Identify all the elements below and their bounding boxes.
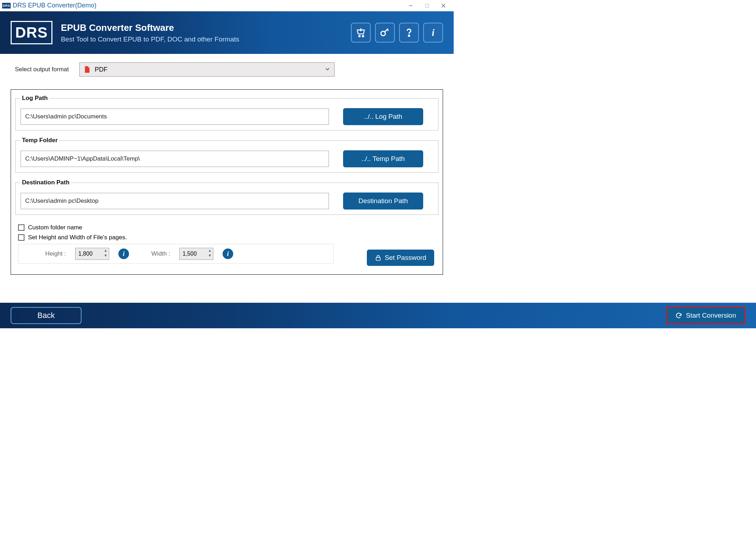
set-password-button[interactable]: Set Password xyxy=(367,250,434,266)
output-format-value: PDF xyxy=(95,66,107,73)
titlebar: DRS DRS EPUB Converter(Demo) xyxy=(0,0,454,11)
height-label: Height : xyxy=(23,250,66,257)
destination-path-legend: Destination Path xyxy=(21,179,71,186)
width-label: Width : xyxy=(138,250,170,257)
banner-subtitle: Best Tool to Convert EPUB to PDF, DOC an… xyxy=(61,35,239,43)
width-stepper[interactable]: 1,500 ▲▼ xyxy=(179,248,213,260)
lock-icon xyxy=(375,254,382,261)
custom-folder-checkbox[interactable] xyxy=(18,224,24,231)
back-button[interactable]: Back xyxy=(11,307,82,324)
content-area: Select output format PDF Log Path ../.. … xyxy=(0,54,454,303)
height-value: 1,800 xyxy=(78,251,93,257)
set-hw-label: Set Height and Width of File's pages. xyxy=(28,234,127,241)
width-value: 1,500 xyxy=(183,251,197,257)
titlebar-logo-icon: DRS xyxy=(2,3,11,9)
svg-point-5 xyxy=(362,35,364,37)
svg-rect-9 xyxy=(376,257,381,260)
temp-path-button[interactable]: ../.. Temp Path xyxy=(343,150,423,167)
log-path-button[interactable]: ../.. Log Path xyxy=(343,108,423,125)
settings-box: Log Path ../.. Log Path Temp Folder ../.… xyxy=(11,89,443,275)
log-path-group: Log Path ../.. Log Path xyxy=(15,95,438,130)
window-title: DRS EPUB Converter(Demo) xyxy=(13,2,96,9)
footer: Back Start Conversion xyxy=(0,303,454,328)
key-icon[interactable] xyxy=(375,23,395,43)
destination-path-button[interactable]: Destination Path xyxy=(343,192,423,210)
svg-rect-1 xyxy=(426,4,429,7)
pdf-icon xyxy=(83,66,91,73)
temp-path-input[interactable] xyxy=(21,151,329,167)
svg-point-7 xyxy=(408,35,409,36)
set-password-label: Set Password xyxy=(385,254,426,262)
height-info-icon[interactable]: i xyxy=(118,249,129,259)
cart-icon[interactable] xyxy=(351,23,371,43)
output-format-select[interactable]: PDF xyxy=(79,62,335,77)
info-icon[interactable]: i xyxy=(423,23,443,43)
destination-path-group: Destination Path Destination Path xyxy=(15,179,438,215)
svg-text:i: i xyxy=(432,27,435,38)
log-path-legend: Log Path xyxy=(21,95,49,102)
brand-logo: DRS xyxy=(11,21,52,44)
banner-title: EPUB Converter Software xyxy=(61,22,239,33)
close-button[interactable] xyxy=(435,0,452,11)
maximize-button[interactable] xyxy=(419,0,435,11)
svg-point-6 xyxy=(381,31,386,36)
banner: DRS EPUB Converter Software Best Tool to… xyxy=(0,11,454,54)
help-icon[interactable] xyxy=(399,23,419,43)
set-hw-checkbox[interactable] xyxy=(18,234,24,241)
minimize-button[interactable] xyxy=(403,0,419,11)
chevron-down-icon xyxy=(325,66,330,73)
custom-folder-label: Custom folder name xyxy=(28,224,82,231)
svg-point-4 xyxy=(359,35,360,37)
log-path-input[interactable] xyxy=(21,108,329,125)
width-spin-controls[interactable]: ▲▼ xyxy=(207,249,212,259)
destination-path-input[interactable] xyxy=(21,193,329,209)
height-spin-controls[interactable]: ▲▼ xyxy=(103,249,108,259)
width-info-icon[interactable]: i xyxy=(223,249,233,259)
temp-folder-group: Temp Folder ../.. Temp Path xyxy=(15,137,438,173)
temp-folder-legend: Temp Folder xyxy=(21,137,59,144)
height-stepper[interactable]: 1,800 ▲▼ xyxy=(75,248,109,260)
output-format-label: Select output format xyxy=(15,66,69,73)
